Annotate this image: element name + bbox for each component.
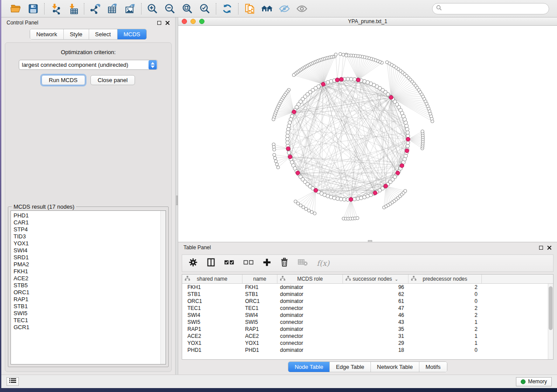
tab-network-table[interactable]: Network Table [370, 362, 419, 372]
mcds-result-item[interactable]: SRD1 [14, 254, 166, 261]
mcds-result-item[interactable]: STP4 [14, 226, 166, 233]
network-node[interactable] [329, 196, 333, 199]
network-node[interactable] [286, 138, 289, 141]
function-builder-button-disabled[interactable]: f(x) [317, 259, 329, 268]
delete-column-button[interactable] [280, 258, 289, 269]
leaf-node[interactable] [404, 189, 407, 193]
leaf-node[interactable] [342, 53, 345, 56]
network-node[interactable] [363, 79, 366, 83]
select-all-rows-button[interactable] [224, 259, 235, 268]
leaf-node[interactable] [313, 212, 316, 215]
vertical-splitter[interactable] [175, 17, 178, 375]
mcds-hub-node[interactable] [396, 171, 400, 175]
delete-table-button-disabled[interactable] [298, 258, 308, 268]
tab-motifs[interactable]: Motifs [419, 362, 447, 372]
leaf-node[interactable] [273, 153, 276, 156]
mcds-hub-node[interactable] [292, 110, 296, 114]
zoom-fit-button[interactable] [181, 2, 194, 15]
save-button[interactable] [27, 2, 40, 15]
first-neighbors-button[interactable] [260, 2, 273, 15]
network-node[interactable] [286, 131, 290, 134]
mcds-hub-node[interactable] [349, 197, 353, 201]
mcds-result-item[interactable]: FKH1 [14, 268, 166, 275]
network-node[interactable] [406, 144, 409, 148]
import-network-button[interactable] [49, 2, 62, 15]
mcds-hub-node[interactable] [373, 191, 377, 195]
mcds-result-item[interactable]: TEC1 [14, 317, 166, 324]
leaf-node[interactable] [273, 148, 276, 151]
mcds-hub-node[interactable] [314, 188, 318, 192]
leaf-node[interactable] [334, 53, 337, 56]
mcds-hub-node[interactable] [288, 155, 292, 159]
show-all-button[interactable] [295, 2, 308, 15]
mcds-result-item[interactable]: ORC1 [14, 289, 166, 296]
column-header-shared-name[interactable]: shared name [182, 275, 242, 283]
table-scrollbar[interactable] [548, 284, 553, 359]
run-mcds-button[interactable]: Run MCDS [42, 75, 85, 85]
network-node[interactable] [287, 124, 291, 127]
tab-mcds[interactable]: MCDS [117, 29, 146, 39]
zoom-out-button[interactable] [163, 2, 176, 15]
network-node[interactable] [339, 197, 343, 201]
export-network-button[interactable] [89, 2, 102, 15]
leaf-node[interactable] [310, 210, 313, 213]
network-node[interactable] [336, 197, 339, 200]
column-header-name[interactable]: name [242, 275, 277, 283]
network-node[interactable] [406, 131, 409, 134]
refresh-button[interactable] [221, 2, 234, 15]
table-row[interactable]: SWI4SWI4dominator462 [182, 312, 548, 319]
column-header-MCDS-role[interactable]: MCDS role [277, 275, 343, 283]
mcds-result-item[interactable]: YOX1 [14, 240, 166, 247]
tab-node-table[interactable]: Node Table [288, 362, 329, 372]
mcds-result-item[interactable]: SWI5 [14, 310, 166, 317]
mcds-result-item[interactable]: CAR1 [14, 219, 166, 226]
zoom-selected-button[interactable] [198, 2, 211, 15]
search-field[interactable] [432, 3, 549, 14]
leaf-node[interactable] [385, 61, 388, 64]
zoom-in-button[interactable] [146, 2, 159, 15]
tab-edge-table[interactable]: Edge Table [329, 362, 370, 372]
table-row[interactable]: PHD1PHD1dominator180 [182, 347, 548, 354]
table-row[interactable]: YOX1YOX1connector291 [182, 340, 548, 347]
leaf-node[interactable] [304, 207, 308, 210]
leaf-node[interactable] [339, 52, 342, 55]
mcds-hub-node[interactable] [389, 96, 393, 100]
tab-select[interactable]: Select [89, 29, 117, 39]
network-node[interactable] [288, 121, 291, 124]
mcds-hub-node[interactable] [286, 147, 290, 151]
mcds-result-list[interactable]: PHD1CAR1STP4TID3YOX1SWI4SRD1PMA2FKH1ACE2… [10, 210, 166, 364]
network-node[interactable] [286, 141, 289, 144]
float-panel-icon[interactable] [157, 21, 161, 25]
optimization-criterion-select[interactable]: largest connected component (undirected) [19, 60, 158, 70]
mcds-result-item[interactable]: RAP1 [14, 296, 166, 303]
close-table-panel-icon[interactable] [547, 245, 552, 250]
task-history-button[interactable] [7, 377, 19, 386]
column-header-successor-nodes[interactable]: successor nodes⌄ [343, 275, 408, 283]
mcds-result-item[interactable]: ACE2 [14, 275, 166, 282]
mcds-hub-node[interactable] [406, 137, 410, 141]
table-row[interactable]: RAP1RAP1dominator352 [182, 326, 548, 333]
leaf-node[interactable] [356, 217, 359, 220]
create-column-button[interactable] [263, 258, 271, 268]
network-node[interactable] [405, 124, 408, 127]
search-input[interactable] [444, 6, 545, 12]
network-node[interactable] [287, 127, 290, 131]
mcds-result-item[interactable]: GCR1 [14, 324, 166, 331]
network-node[interactable] [360, 196, 363, 199]
splitter-grip[interactable] [176, 196, 178, 205]
network-canvas[interactable] [178, 26, 557, 242]
mcds-result-item[interactable]: STB1 [14, 303, 166, 310]
result-list-scrollbar[interactable] [160, 211, 166, 364]
leaf-node[interactable] [273, 156, 277, 159]
mcds-result-item[interactable]: PMA2 [14, 261, 166, 268]
duplicate-network-button[interactable] [243, 2, 256, 15]
mcds-hub-node[interactable] [384, 184, 387, 188]
leaf-node[interactable] [275, 163, 278, 166]
leaf-node[interactable] [307, 209, 310, 212]
table-row[interactable]: ACE2ACE2connector311 [182, 333, 548, 340]
table-scrollbar-thumb[interactable] [549, 286, 553, 330]
network-node[interactable] [353, 78, 356, 81]
hide-selected-button[interactable] [278, 2, 291, 15]
show-columns-button[interactable] [207, 258, 215, 269]
mcds-hub-node[interactable] [405, 149, 409, 153]
